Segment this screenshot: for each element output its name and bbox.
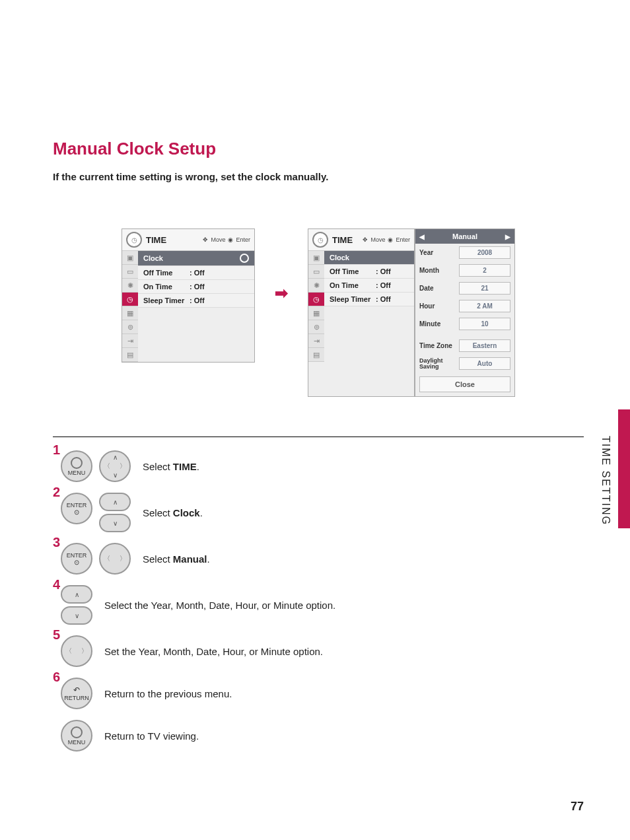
menu-row-clock[interactable]: Clock bbox=[138, 251, 254, 266]
step-text: Select Manual. bbox=[143, 553, 210, 565]
detail-timezone[interactable]: Time ZoneEastern bbox=[415, 337, 514, 355]
tab-icon-clock: ◷ bbox=[308, 293, 324, 306]
clock-icon: ◷ bbox=[126, 232, 142, 248]
step-3: 3 ENTER⊙ 〈〉 Select Manual. bbox=[53, 543, 564, 575]
detail-daylight[interactable]: Daylight SavingAuto bbox=[415, 355, 514, 372]
tab-icon-clock: ◷ bbox=[122, 293, 138, 306]
detail-year[interactable]: Year2008 bbox=[415, 244, 514, 262]
tab-icon: ▤ bbox=[122, 348, 138, 362]
tab-icon: ▭ bbox=[122, 265, 138, 279]
detail-minute[interactable]: Minute10 bbox=[415, 315, 514, 333]
remote-enter-button: ENTER⊙ bbox=[61, 543, 92, 575]
remote-updown-icon: ∧∨ bbox=[99, 493, 131, 532]
clock-icon: ◷ bbox=[312, 232, 328, 248]
tab-icon: ▤ bbox=[308, 348, 324, 362]
tab-icon: ⊚ bbox=[308, 320, 324, 334]
tab-icon: ✺ bbox=[308, 279, 324, 293]
step-text: Set the Year, Month, Date, Hour, or Minu… bbox=[104, 646, 323, 657]
chevron-left-icon: ◀ bbox=[419, 233, 425, 240]
step-2: 2 ENTER⊙ ∧∨ Select Clock. bbox=[53, 493, 564, 532]
clock-detail-panel: ◀ Manual ▶ Year2008 Month2 Date21 Hour2 … bbox=[415, 228, 515, 397]
side-tab bbox=[618, 409, 630, 528]
step-text: Select Clock. bbox=[143, 507, 203, 518]
step-number: 5 bbox=[53, 627, 60, 643]
osd-hint: ✥Move ◉Enter bbox=[203, 236, 250, 243]
menu-row-offtime[interactable]: Off Time : Off bbox=[138, 266, 254, 280]
separator bbox=[53, 437, 584, 437]
arrow-icon: ➡ bbox=[275, 284, 288, 302]
tab-icon: ⇥ bbox=[122, 334, 138, 348]
remote-dpad-icon: ∧∨〈〉 bbox=[99, 450, 131, 482]
detail-mode-row[interactable]: ◀ Manual ▶ bbox=[415, 229, 514, 244]
step-6: 6 ↶RETURN Return to the previous menu. bbox=[53, 678, 564, 709]
step-number: 4 bbox=[53, 577, 60, 592]
chevron-right-icon: ▶ bbox=[505, 233, 510, 240]
menu-row-sleeptimer[interactable]: Sleep Timer : Off bbox=[324, 293, 414, 306]
menu-row-ontime[interactable]: On Time : Off bbox=[138, 280, 254, 294]
tab-icon: ✺ bbox=[122, 279, 138, 293]
menu-row-ontime[interactable]: On Time : Off bbox=[324, 279, 414, 293]
osd-title: TIME bbox=[332, 235, 363, 245]
osd-category-icons: ▣ ▭ ✺ ◷ ▦ ⊚ ⇥ ▤ bbox=[122, 251, 138, 362]
radio-icon bbox=[240, 254, 249, 263]
osd-category-icons: ▣ ▭ ✺ ◷ ▦ ⊚ ⇥ ▤ bbox=[308, 251, 324, 362]
step-1: 1 MENU ∧∨〈〉 Select TIME. bbox=[53, 450, 564, 482]
osd-time-menu-left: ◷ TIME ✥Move ◉Enter ▣ ▭ ✺ ◷ ▦ ⊚ ⇥ ▤ bbox=[122, 228, 255, 363]
remote-leftright-icon: 〈〉 bbox=[61, 635, 92, 667]
remote-enter-button: ENTER⊙ bbox=[61, 493, 92, 524]
remote-updown-icon: ∧∨ bbox=[61, 585, 92, 625]
step-number: 2 bbox=[53, 485, 60, 500]
step-7: MENU Return to TV viewing. bbox=[53, 720, 564, 752]
page-number: 77 bbox=[571, 800, 584, 814]
tab-icon: ▦ bbox=[308, 306, 324, 320]
osd-time-menu-right: ◷ TIME ✥Move ◉Enter ▣ ▭ ✺ ◷ ▦ ⊚ bbox=[308, 228, 415, 397]
osd-hint: ✥Move ◉Enter bbox=[363, 236, 410, 243]
remote-leftright-icon: 〈〉 bbox=[99, 543, 131, 575]
remote-return-button: ↶RETURN bbox=[61, 678, 92, 709]
remote-menu-button: MENU bbox=[61, 720, 92, 752]
tab-icon: ▣ bbox=[308, 251, 324, 265]
step-number: 1 bbox=[53, 442, 60, 458]
tab-icon: ▭ bbox=[308, 265, 324, 279]
remote-menu-button: MENU bbox=[61, 450, 92, 482]
step-number: 3 bbox=[53, 535, 60, 550]
tab-icon: ⊚ bbox=[122, 320, 138, 334]
steps-list: 1 MENU ∧∨〈〉 Select TIME. 2 ENTER⊙ ∧∨ Sel… bbox=[53, 450, 564, 752]
detail-date[interactable]: Date21 bbox=[415, 279, 514, 297]
osd-title: TIME bbox=[146, 235, 203, 245]
step-text: Return to the previous menu. bbox=[104, 688, 232, 699]
close-button[interactable]: Close bbox=[419, 376, 510, 392]
osd-panels: ◷ TIME ✥Move ◉Enter ▣ ▭ ✺ ◷ ▦ ⊚ ⇥ ▤ bbox=[53, 228, 584, 397]
step-text: Return to TV viewing. bbox=[104, 730, 199, 742]
page-title: Manual Clock Setup bbox=[53, 139, 584, 159]
tab-icon: ▦ bbox=[122, 306, 138, 320]
step-4: 4 ∧∨ Select the Year, Month, Date, Hour,… bbox=[53, 585, 564, 625]
tab-icon: ▣ bbox=[122, 251, 138, 265]
step-5: 5 〈〉 Set the Year, Month, Date, Hour, or… bbox=[53, 635, 564, 667]
menu-row-clock[interactable]: Clock bbox=[324, 251, 414, 265]
menu-row-sleeptimer[interactable]: Sleep Timer : Off bbox=[138, 294, 254, 308]
detail-hour[interactable]: Hour2 AM bbox=[415, 297, 514, 315]
step-text: Select TIME. bbox=[143, 461, 199, 472]
step-text: Select the Year, Month, Date, Hour, or M… bbox=[104, 600, 335, 611]
page-description: If the current time setting is wrong, se… bbox=[53, 171, 584, 182]
step-number: 6 bbox=[53, 670, 60, 685]
section-label: TIME SETTING bbox=[600, 436, 612, 526]
detail-month[interactable]: Month2 bbox=[415, 262, 514, 279]
menu-row-offtime[interactable]: Off Time : Off bbox=[324, 265, 414, 279]
tab-icon: ⇥ bbox=[308, 334, 324, 348]
